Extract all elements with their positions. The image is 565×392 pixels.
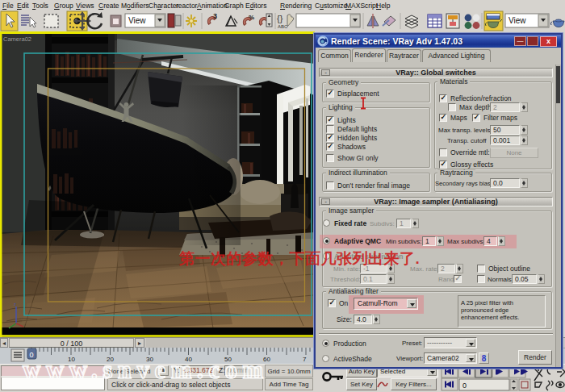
svg-text:3: 3 <box>213 12 217 20</box>
svg-text:7: 7 <box>303 356 307 363</box>
svg-text:{}: {} <box>277 14 283 23</box>
svg-text:Camera02: Camera02 <box>3 35 31 43</box>
svg-text:0: 0 <box>462 382 467 390</box>
svg-text:%: % <box>249 14 254 21</box>
svg-text:ABC: ABC <box>278 24 288 29</box>
svg-text:View: View <box>128 16 146 25</box>
svg-text:View: View <box>508 16 526 25</box>
